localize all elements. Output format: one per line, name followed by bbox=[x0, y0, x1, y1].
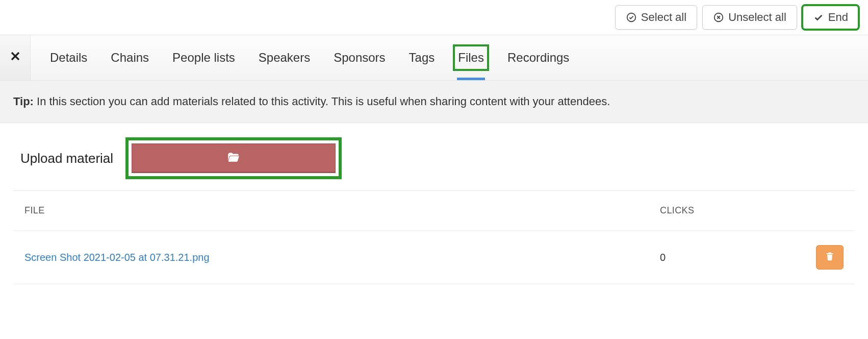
check-icon bbox=[813, 12, 824, 23]
tab-people-lists[interactable]: People lists bbox=[170, 47, 237, 68]
tab-details[interactable]: Details bbox=[48, 47, 89, 68]
tab-files[interactable]: Files bbox=[456, 47, 486, 68]
unselect-all-label: Unselect all bbox=[728, 11, 786, 24]
tip-text: In this section you can add materials re… bbox=[37, 95, 610, 108]
tab-chains[interactable]: Chains bbox=[109, 47, 151, 68]
close-icon bbox=[9, 50, 21, 66]
select-all-button[interactable]: Select all bbox=[615, 5, 697, 30]
col-file: FILE bbox=[24, 205, 660, 216]
tab-recordings[interactable]: Recordings bbox=[505, 47, 571, 68]
top-toolbar: Select all Unselect all End bbox=[0, 0, 868, 35]
file-link[interactable]: Screen Shot 2021-02-05 at 07.31.21.png bbox=[24, 252, 660, 263]
tabs: Details Chains People lists Speakers Spo… bbox=[31, 35, 586, 80]
svg-point-0 bbox=[627, 13, 636, 22]
tab-bar: Details Chains People lists Speakers Spo… bbox=[0, 35, 868, 81]
close-button[interactable] bbox=[0, 35, 31, 80]
unselect-all-button[interactable]: Unselect all bbox=[702, 5, 797, 30]
table-header: FILE CLICKS bbox=[13, 191, 855, 231]
tab-speakers[interactable]: Speakers bbox=[257, 47, 312, 68]
upload-button-highlight bbox=[129, 140, 339, 176]
tip-banner: Tip: In this section you can add materia… bbox=[0, 81, 868, 123]
end-label: End bbox=[828, 11, 848, 24]
tip-label: Tip: bbox=[13, 95, 34, 108]
folder-open-icon bbox=[226, 151, 241, 166]
table-row: Screen Shot 2021-02-05 at 07.31.21.png 0 bbox=[13, 231, 855, 284]
files-table: FILE CLICKS Screen Shot 2021-02-05 at 07… bbox=[13, 190, 855, 284]
upload-button[interactable] bbox=[132, 143, 336, 173]
check-circle-icon bbox=[626, 12, 637, 23]
trash-icon bbox=[825, 251, 835, 264]
upload-label: Upload material bbox=[20, 151, 113, 166]
delete-button[interactable] bbox=[816, 245, 844, 270]
tab-tags[interactable]: Tags bbox=[407, 47, 437, 68]
end-button[interactable]: End bbox=[802, 5, 859, 30]
tab-sponsors[interactable]: Sponsors bbox=[331, 47, 387, 68]
upload-section: Upload material bbox=[0, 123, 868, 190]
col-clicks: CLICKS bbox=[660, 205, 793, 216]
x-circle-icon bbox=[713, 12, 724, 23]
select-all-label: Select all bbox=[641, 11, 686, 24]
clicks-value: 0 bbox=[660, 252, 793, 263]
